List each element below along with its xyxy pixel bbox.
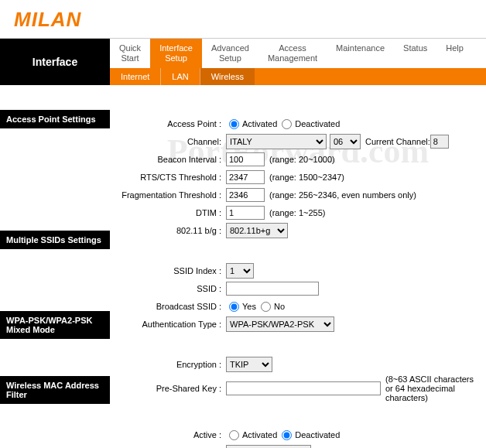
- channel-num-select[interactable]: 06: [330, 134, 361, 149]
- ap-access-point-label: Access Point :: [118, 119, 226, 128]
- section-header-mac: Wireless MAC Address Filter: [0, 376, 110, 404]
- current-channel-label: Current Channel:: [365, 137, 430, 146]
- tab-interface-setup[interactable]: Interface Setup: [150, 39, 202, 68]
- dtim-label: DTIM :: [118, 208, 226, 217]
- frag-input[interactable]: [226, 188, 265, 202]
- rts-label: RTS/CTS Threshold :: [118, 173, 226, 182]
- main-tabs: Quick Start Interface Setup Advanced Set…: [110, 39, 486, 68]
- ap-activated-radio[interactable]: [229, 119, 239, 129]
- ssid-input[interactable]: [226, 282, 319, 296]
- left-sidebar: Access Point Settings Multiple SSIDs Set…: [0, 85, 110, 448]
- auth-label: Authentication Type :: [118, 320, 226, 329]
- frag-label: Fragmentation Threshold :: [118, 190, 226, 200]
- active-main-section: Interface: [0, 39, 110, 85]
- enc-label: Encryption :: [118, 360, 226, 369]
- mac-deactivated-text: Deactivated: [295, 430, 340, 439]
- mac-deactivated-radio[interactable]: [282, 430, 292, 440]
- tab-advanced-setup[interactable]: Advanced Setup: [202, 39, 258, 68]
- channel-country-select[interactable]: ITALY: [226, 134, 327, 149]
- broadcast-no-radio[interactable]: [261, 302, 271, 312]
- psk-label: Pre-Shared Key :: [118, 384, 226, 393]
- beacon-hint: (range: 20~1000): [269, 155, 335, 164]
- tab-maintenance[interactable]: Maintenance: [327, 39, 394, 68]
- broadcast-yes-text: Yes: [242, 302, 256, 311]
- sub-tabs: Internet LAN Wireless: [110, 68, 486, 85]
- ap-deactivated-radio[interactable]: [282, 119, 292, 129]
- bg-label: 802.11 b/g :: [118, 226, 226, 235]
- broadcast-yes-radio[interactable]: [229, 302, 239, 312]
- subtab-lan[interactable]: LAN: [160, 68, 199, 85]
- current-channel-value: [430, 135, 449, 149]
- mac-activated-text: Activated: [242, 430, 277, 439]
- tab-quick-start[interactable]: Quick Start: [110, 39, 150, 68]
- section-header-ssid: Multiple SSIDs Settings: [0, 231, 110, 249]
- subtab-wireless[interactable]: Wireless: [200, 68, 255, 85]
- broadcast-label: Broadcast SSID :: [118, 302, 226, 311]
- beacon-input[interactable]: [226, 152, 265, 166]
- mac-active-label: Active :: [118, 430, 226, 439]
- channel-label: Channel:: [118, 137, 226, 146]
- mac-activated-radio[interactable]: [229, 430, 239, 440]
- mac-action-select[interactable]: Allow Association: [226, 445, 311, 448]
- tab-help[interactable]: Help: [436, 39, 473, 68]
- psk-input[interactable]: [226, 381, 381, 395]
- rts-input[interactable]: [226, 170, 265, 184]
- beacon-label: Beacon Interval :: [118, 155, 226, 164]
- ssid-index-select[interactable]: 1: [226, 263, 254, 279]
- ap-deactivated-text: Deactivated: [295, 119, 340, 128]
- tab-access-management[interactable]: Access Management: [258, 39, 327, 68]
- section-header-wpa: WPA-PSK/WPA2-PSK Mixed Mode: [0, 311, 110, 339]
- auth-select[interactable]: WPA-PSK/WPA2-PSK: [226, 316, 334, 332]
- topbar: Interface Quick Start Interface Setup Ad…: [0, 38, 486, 85]
- ssid-label: SSID :: [118, 284, 226, 293]
- ap-activated-text: Activated: [242, 119, 277, 128]
- enc-select[interactable]: TKIP: [226, 357, 272, 372]
- bg-select[interactable]: 802.11b+g: [226, 223, 288, 238]
- broadcast-no-text: No: [274, 302, 285, 311]
- dtim-input[interactable]: [226, 206, 265, 220]
- brand-logo: MILAN: [0, 0, 486, 38]
- rts-hint: (range: 1500~2347): [269, 173, 344, 182]
- psk-hint: (8~63 ASCII characters or 64 hexadecimal…: [385, 374, 478, 402]
- tab-status[interactable]: Status: [394, 39, 436, 68]
- ssid-index-label: SSID Index :: [118, 266, 226, 275]
- subtab-internet[interactable]: Internet: [110, 68, 160, 85]
- frag-hint: (range: 256~2346, even numbers only): [269, 190, 416, 200]
- section-header-ap: Access Point Settings: [0, 110, 110, 128]
- dtim-hint: (range: 1~255): [269, 208, 325, 217]
